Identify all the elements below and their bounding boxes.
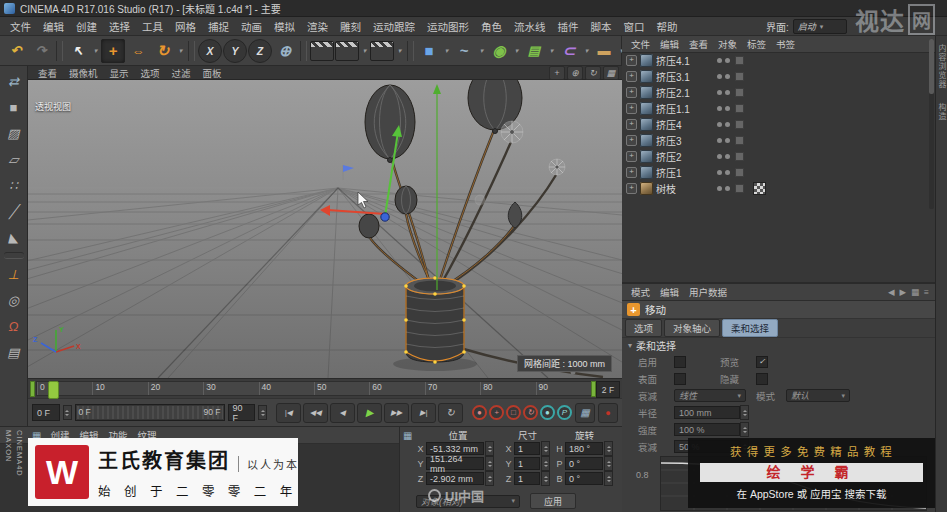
goto-start-button[interactable]: |◀ [276, 403, 301, 423]
menu-item[interactable]: 动画 [235, 17, 268, 36]
goto-end-button[interactable]: ▶| [411, 403, 436, 423]
strength-stepper[interactable] [740, 422, 749, 437]
timeline-playhead[interactable] [48, 381, 59, 399]
preview-range-slider[interactable]: 0 F 90 F [75, 404, 225, 421]
loop-button[interactable]: ↻ [438, 403, 463, 423]
autokey-button[interactable]: ▦ [575, 403, 595, 423]
model-mode-icon[interactable]: ■ [2, 95, 26, 119]
z-axis-lock-button[interactable]: Z [248, 39, 272, 63]
enable-checkbox[interactable] [674, 356, 686, 368]
attribute-menu-item[interactable]: 编辑 [655, 284, 684, 300]
attribute-menu-item[interactable]: 用户数据 [684, 284, 732, 300]
enable-toggle[interactable] [735, 120, 744, 129]
menu-item[interactable]: 模拟 [268, 17, 301, 36]
attribute-menu-item[interactable]: 模式 [626, 284, 655, 300]
enable-toggle[interactable] [735, 168, 744, 177]
axis-mode-icon[interactable]: ⊥ [2, 262, 26, 286]
next-frame-button[interactable]: ▶▶ [384, 403, 409, 423]
viewport-menu-item[interactable]: 显示 [104, 65, 135, 81]
render-visibility-dot[interactable] [725, 154, 730, 159]
enable-toggle[interactable] [735, 56, 744, 65]
render-settings-button[interactable] [370, 41, 394, 61]
tab-soft-selection[interactable]: 柔和选择 [722, 319, 778, 337]
start-frame-stepper[interactable] [63, 405, 72, 420]
x-axis-lock-button[interactable]: X [198, 39, 222, 63]
deformer-caret[interactable]: ▾ [582, 39, 591, 63]
prev-key-button[interactable]: ◀◀ [303, 403, 328, 423]
radius-field[interactable]: 100 mm [674, 406, 740, 419]
toggle-views-icon[interactable]: ▦ [603, 66, 619, 80]
coordinate-system-icon[interactable]: ⊕ [273, 39, 297, 63]
render-visibility-dot[interactable] [725, 122, 730, 127]
record-pla-button[interactable]: P [557, 405, 572, 420]
object-menu-item[interactable]: 对象 [713, 36, 742, 52]
menu-item[interactable]: 插件 [552, 17, 585, 36]
menu-item[interactable]: 工具 [136, 17, 169, 36]
strength-field[interactable]: 100 % [674, 423, 740, 436]
size-x-field[interactable]: 1 [514, 442, 540, 455]
render-picture-viewer-button[interactable] [335, 41, 359, 61]
size-y-stepper[interactable] [541, 456, 550, 471]
tab-options[interactable]: 选项 [625, 319, 662, 337]
solo-mode-icon[interactable]: ◎ [2, 288, 26, 312]
spline-caret[interactable]: ▾ [477, 39, 486, 63]
menu-item[interactable]: 脚本 [585, 17, 618, 36]
enable-toggle[interactable] [735, 72, 744, 81]
range-bar[interactable] [77, 406, 223, 419]
enable-toggle[interactable] [735, 104, 744, 113]
record-scale-button[interactable]: □ [506, 405, 521, 420]
object-row[interactable]: + 挤压2.1 [622, 84, 935, 100]
texture-mode-icon[interactable]: ▨ [2, 121, 26, 145]
structure-tab[interactable]: 构造 [936, 103, 947, 121]
viewport-menu-item[interactable]: 面板 [197, 65, 228, 81]
pan-view-icon[interactable]: + [549, 66, 565, 80]
menu-item[interactable]: 网格 [169, 17, 202, 36]
render-view-button[interactable] [310, 41, 334, 61]
rotate-view-icon[interactable]: ↻ [585, 66, 601, 80]
enable-toggle[interactable] [735, 136, 744, 145]
render-visibility-dot[interactable] [725, 186, 730, 191]
scale-tool-icon[interactable]: ⇔ [126, 39, 150, 63]
expand-icon[interactable]: + [626, 183, 637, 194]
start-frame-field[interactable]: 0 F [32, 404, 60, 421]
enable-toggle[interactable] [735, 152, 744, 161]
enable-toggle[interactable] [735, 184, 744, 193]
position-y-field[interactable]: 151.264 mm [426, 457, 484, 470]
edges-mode-icon[interactable]: ╱ [2, 199, 26, 223]
editor-visibility-dot[interactable] [717, 90, 722, 95]
history-forward-icon[interactable]: ▶ [899, 287, 906, 297]
live-selection-icon[interactable]: ↖ [66, 39, 90, 63]
floor-button[interactable]: ▬ [592, 39, 616, 63]
record-position-button[interactable]: + [489, 405, 504, 420]
texture-tag-icon[interactable] [753, 182, 766, 195]
object-row[interactable]: + 挤压3.1 [622, 68, 935, 84]
record-keyframe-button[interactable]: ● [472, 405, 487, 420]
tab-object-axis[interactable]: 对象轴心 [664, 319, 720, 337]
end-frame-stepper[interactable] [258, 405, 267, 420]
position-x-stepper[interactable] [485, 441, 494, 456]
editor-visibility-dot[interactable] [717, 74, 722, 79]
timeline-ruler[interactable]: 0102030405060708090 2 F [28, 378, 622, 398]
object-row[interactable]: + 挤压1.1 [622, 100, 935, 116]
panel-menu-icon[interactable]: ≡ [924, 287, 929, 297]
spline-pen-button[interactable]: ~ [452, 39, 476, 63]
rotation-b-stepper[interactable] [604, 471, 613, 486]
workplane-lock-icon[interactable]: ▤ [2, 340, 26, 364]
surface-checkbox[interactable] [674, 373, 686, 385]
menu-item[interactable]: 文件 [4, 17, 37, 36]
size-y-field[interactable]: 1 [514, 457, 540, 470]
render-settings-caret[interactable]: ▾ [395, 39, 404, 63]
generator-button[interactable]: ▤ [522, 39, 546, 63]
editor-visibility-dot[interactable] [717, 138, 722, 143]
zoom-view-icon[interactable]: ⊕ [567, 66, 583, 80]
render-visibility-dot[interactable] [725, 170, 730, 175]
workplane-mode-icon[interactable]: ▱ [2, 147, 26, 171]
selection-dropdown-caret[interactable]: ▾ [91, 39, 100, 63]
rotation-h-stepper[interactable] [604, 441, 613, 456]
object-row[interactable]: + 树枝 [622, 180, 935, 196]
snap-enable-icon[interactable]: Ω [2, 314, 26, 338]
rotation-h-field[interactable]: 180 ° [565, 442, 603, 455]
generator-caret[interactable]: ▾ [547, 39, 556, 63]
interface-select[interactable]: 启动 ▾ [793, 19, 847, 34]
viewport-menu-item[interactable]: 过滤 [166, 65, 197, 81]
